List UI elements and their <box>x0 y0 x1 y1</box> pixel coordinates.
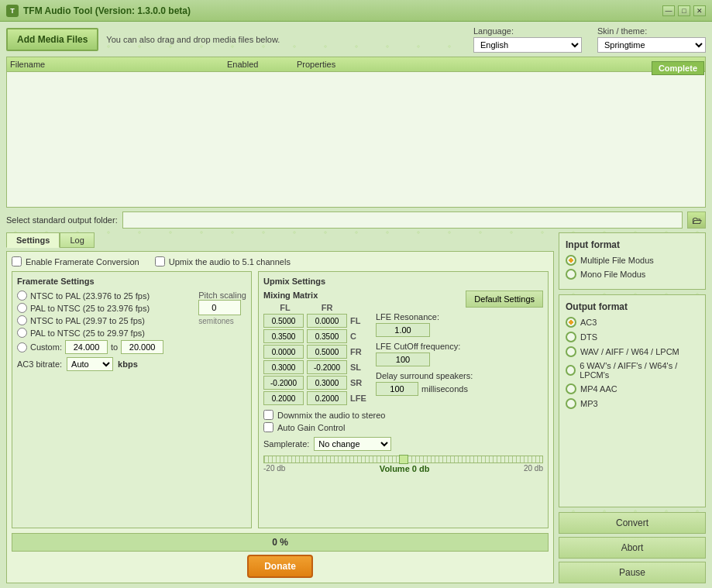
framerate-title: Framerate Settings <box>17 277 246 286</box>
downmix-label: Downmix the audio to stereo <box>277 411 385 420</box>
matrix-sl-fl[interactable] <box>263 360 304 374</box>
matrix-row-sr: SR <box>263 376 370 390</box>
donate-button[interactable]: Donate <box>247 555 313 578</box>
framerate-to-input[interactable] <box>121 340 163 354</box>
framerate-radio-custom[interactable] <box>17 342 27 352</box>
framerate-custom-row: Custom: to <box>17 340 192 354</box>
file-list-area: Filename Enabled Properties % Complete <box>6 57 706 208</box>
bottom-area: Settings Log Enable Framerate Conversion… <box>6 232 706 583</box>
folder-browse-button[interactable]: 🗁 <box>687 211 706 229</box>
matrix-c-fr[interactable] <box>307 329 347 343</box>
matrix-fl-fl[interactable] <box>263 314 304 328</box>
matrix-fr-fl[interactable] <box>263 345 304 359</box>
auto-gain-row: Auto Gain Control <box>263 422 543 432</box>
language-select[interactable]: English German <box>473 37 582 53</box>
right-panel: Input format Multiple File Modus Mono Fi… <box>559 232 706 583</box>
add-media-button[interactable]: Add Media Files <box>6 28 98 51</box>
output-format-aac: MP4 AAC <box>566 383 699 394</box>
file-list-body[interactable] <box>7 72 705 207</box>
matrix-label-sr: SR <box>350 378 370 387</box>
default-settings-button[interactable]: Default Settings <box>466 291 543 308</box>
matrix-row-fl: FL <box>263 314 370 328</box>
ac3-bitrate-select[interactable]: Auto 128 192 256 <box>67 357 113 371</box>
samplerate-select[interactable]: No change 44100 48000 <box>314 437 391 451</box>
downmix-checkbox[interactable] <box>263 410 273 420</box>
input-format-multiple: Multiple File Modus <box>566 255 699 266</box>
samplerate-row: Samplerate: No change 44100 48000 <box>263 437 543 451</box>
framerate-upmix-row: Framerate Settings NTSC to PAL (23.976 t… <box>12 271 549 528</box>
filename-col-header: Filename <box>10 60 227 69</box>
output-radio-dts[interactable] <box>566 332 576 342</box>
framerate-from-input[interactable] <box>65 340 108 354</box>
minimize-button[interactable]: — <box>662 5 675 16</box>
output-radio-aac[interactable] <box>566 383 576 394</box>
semitones-label: semitones <box>198 317 234 325</box>
framerate-radio-2[interactable] <box>17 315 27 325</box>
matrix-sr-fl[interactable] <box>263 376 304 390</box>
matrix-row-lfe: LFE <box>263 391 370 405</box>
output-format-aac-label: MP4 AAC <box>580 384 617 394</box>
upmix-checkbox-label: Upmix the audio to 5.1 channels <box>169 257 291 266</box>
titlebar-left: T TFM Audio Tool (Version: 1.3.0.0 beta) <box>6 5 191 17</box>
enable-framerate-checkbox[interactable] <box>12 256 22 266</box>
output-radio-6wav[interactable] <box>566 365 576 376</box>
delay-input[interactable] <box>376 382 418 396</box>
output-format-mp3-label: MP3 <box>580 399 598 408</box>
convert-button[interactable]: Convert <box>559 512 706 534</box>
tabs-row: Settings Log <box>6 232 554 248</box>
close-button[interactable]: ✕ <box>693 5 706 16</box>
app-title: TFM Audio Tool (Version: 1.3.0.0 beta) <box>23 5 191 16</box>
output-format-mp3: MP3 <box>566 398 699 409</box>
enable-framerate-label: Enable Framerate Conversion <box>26 257 139 266</box>
framerate-label-1: PAL to NTSC (25 to 23.976 fps) <box>30 304 150 313</box>
output-radio-mp3[interactable] <box>566 398 576 409</box>
mixing-matrix-title: Mixing Matrix <box>263 291 370 300</box>
output-radio-wav[interactable] <box>566 346 576 357</box>
matrix-lfe-fl[interactable] <box>263 391 304 405</box>
pause-button[interactable]: Pause <box>559 562 706 583</box>
lfe-resonance-input[interactable] <box>376 323 430 337</box>
auto-gain-checkbox[interactable] <box>263 422 273 432</box>
tab-log[interactable]: Log <box>60 232 94 248</box>
pitch-spinner[interactable] <box>198 300 241 315</box>
matrix-row-fr: FR <box>263 345 370 359</box>
output-radio-ac3[interactable] <box>566 317 576 328</box>
matrix-col-fl: FL <box>265 303 305 312</box>
lfe-resonance-label: LFE Resonance: <box>376 312 543 322</box>
input-radio-multiple[interactable] <box>566 255 576 266</box>
maximize-button[interactable]: □ <box>678 5 690 16</box>
ac3-bitrate-row: AC3 bitrate: Auto 128 192 256 kbps <box>17 357 246 371</box>
pitch-scaling-label: Pitch scaling <box>198 291 246 300</box>
abort-button[interactable]: Abort <box>559 537 706 559</box>
volume-slider-thumb[interactable] <box>399 455 408 464</box>
framerate-option-3: PAL to NTSC (25 to 29.97 fps) <box>17 328 192 338</box>
lfe-cutoff-input[interactable] <box>376 352 430 366</box>
output-folder-input[interactable] <box>122 211 683 229</box>
left-panel: Settings Log Enable Framerate Conversion… <box>6 232 554 583</box>
framerate-radio-3[interactable] <box>17 328 27 338</box>
settings-panel: Enable Framerate Conversion Upmix the au… <box>6 251 554 583</box>
output-format-ac3: AC3 <box>566 317 699 328</box>
matrix-sl-fr[interactable] <box>307 360 347 374</box>
main-area: Add Media Files You can also drag and dr… <box>0 22 712 588</box>
matrix-row-sl: SL <box>263 360 370 374</box>
matrix-fl-fr[interactable] <box>307 314 347 328</box>
window-controls: — □ ✕ <box>662 5 706 16</box>
framerate-radio-0[interactable] <box>17 291 27 301</box>
delay-input-row: milliseconds <box>376 382 543 396</box>
framerate-radio-1[interactable] <box>17 303 27 313</box>
matrix-fr-fr[interactable] <box>307 345 347 359</box>
upmix-checkbox[interactable] <box>155 256 165 266</box>
language-label: Language: <box>473 26 582 36</box>
upmix-checkbox-row: Upmix the audio to 5.1 channels <box>155 256 291 266</box>
matrix-lfe-fr[interactable] <box>307 391 347 405</box>
input-radio-mono[interactable] <box>566 269 576 280</box>
matrix-c-fl[interactable] <box>263 329 304 343</box>
skin-select[interactable]: Springtime Classic <box>597 37 706 53</box>
matrix-sr-fr[interactable] <box>307 376 347 390</box>
tab-settings[interactable]: Settings <box>6 232 60 248</box>
action-buttons: Convert Abort Pause <box>559 512 706 583</box>
framerate-to-label: to <box>111 342 118 352</box>
volume-slider-track[interactable] <box>263 456 543 463</box>
framerate-label-3: PAL to NTSC (25 to 29.97 fps) <box>30 328 145 338</box>
